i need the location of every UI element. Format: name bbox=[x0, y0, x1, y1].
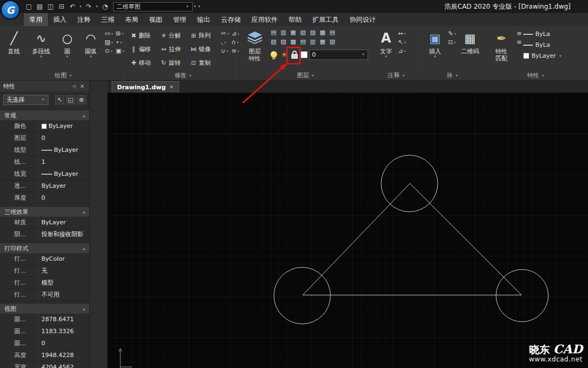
property-value[interactable]: 投射和接收阴影 bbox=[38, 229, 89, 240]
property-row[interactable]: 透... ByLayer bbox=[0, 180, 89, 192]
property-row[interactable]: 线型 ByLayer bbox=[0, 144, 89, 156]
property-row[interactable]: 圆... 2878.6471 bbox=[0, 314, 89, 326]
collapse-up-icon[interactable]: ▴ bbox=[83, 246, 85, 251]
close-icon[interactable]: ✕ bbox=[169, 84, 174, 90]
palette-section-header[interactable]: 打印样式 ▴ bbox=[0, 243, 89, 253]
property-row[interactable]: 圆... 0 bbox=[0, 338, 89, 349]
property-row[interactable]: 打... 模型 bbox=[0, 277, 89, 289]
new-file-icon[interactable]: ▢ bbox=[24, 2, 34, 11]
property-value[interactable]: ByLayer bbox=[38, 180, 89, 192]
line-tool-button[interactable]: ╱ 直线 bbox=[2, 28, 26, 56]
layer-select[interactable]: 0 ▾ bbox=[309, 50, 368, 60]
property-value[interactable]: ByColor bbox=[38, 253, 89, 265]
property-row[interactable]: 打... 不可用 bbox=[0, 289, 89, 301]
copy-button[interactable]: ⊡复制 bbox=[190, 59, 220, 67]
layer-state-4-icon[interactable]: ▧ bbox=[270, 38, 278, 45]
property-row[interactable]: 线... 1 bbox=[0, 156, 89, 168]
property-row[interactable]: 圆... 1183.3326 bbox=[0, 326, 89, 338]
arc-tool-button[interactable]: ◠ 圆弧 ▾ bbox=[78, 28, 103, 60]
property-row[interactable]: 打... 无 bbox=[0, 265, 89, 277]
redo-icon[interactable]: ↷ bbox=[84, 2, 94, 11]
array-button[interactable]: ⊞阵列 bbox=[190, 32, 220, 40]
collapse-up-icon[interactable]: ▴ bbox=[83, 210, 85, 214]
linetype-control[interactable]: ByLa bbox=[523, 40, 586, 50]
region-button[interactable]: ▣▾ bbox=[116, 48, 125, 54]
erase-button[interactable]: ✖删除 bbox=[130, 32, 160, 40]
property-row[interactable]: 颜色 ByLayer bbox=[0, 120, 89, 132]
menu-tab[interactable]: 布局 bbox=[120, 13, 144, 26]
workspace-selector[interactable]: 二维草图 ▾ bbox=[113, 2, 193, 11]
draw-panel-footer[interactable]: 绘图 ▾ bbox=[0, 71, 127, 80]
property-value[interactable]: ByLayer bbox=[38, 144, 89, 156]
table-button[interactable]: ⊞▾ bbox=[116, 30, 125, 37]
save-icon[interactable]: ◫ bbox=[46, 2, 56, 11]
edit-block-button[interactable]: ✎▾ bbox=[448, 30, 457, 37]
property-row[interactable]: 高度 1948.4228 bbox=[0, 349, 89, 361]
hatch-button[interactable]: ▨▾ bbox=[105, 39, 114, 46]
caret-down-icon[interactable]: ▾ bbox=[78, 4, 83, 9]
menu-tab[interactable]: 协同设计 bbox=[344, 13, 381, 26]
text-tool-button[interactable]: A 文字 ▾ bbox=[375, 28, 397, 60]
stretch-button[interactable]: ↔拉伸 bbox=[160, 45, 190, 53]
layer-state-1-icon[interactable]: ▤ bbox=[299, 38, 307, 45]
mirror-button[interactable]: ⋈镜像 bbox=[190, 45, 220, 53]
menu-tab[interactable]: 应用软件 bbox=[246, 13, 283, 26]
property-value[interactable]: 0 bbox=[38, 192, 89, 204]
toolbar-overflow-icon[interactable]: ▾ bbox=[197, 4, 201, 9]
layer-state-2-icon[interactable]: ▥ bbox=[309, 38, 317, 45]
layer-state-1-icon[interactable]: ▤ bbox=[328, 29, 336, 36]
layer-state-6-icon[interactable]: ▩ bbox=[289, 38, 297, 45]
quick-select-icon[interactable]: ↖ bbox=[55, 95, 64, 105]
layer-panel-footer[interactable]: 图层 ▾ bbox=[240, 71, 372, 80]
layer-state-3-icon[interactable]: ▦ bbox=[289, 29, 297, 36]
explode-button[interactable]: ✳分解 bbox=[160, 32, 190, 40]
caret-down-icon[interactable]: ▾ bbox=[95, 4, 99, 9]
menu-tab[interactable]: 视图 bbox=[144, 13, 168, 26]
menu-tab[interactable]: 插入 bbox=[48, 13, 72, 26]
property-value[interactable]: 2878.6471 bbox=[38, 314, 89, 325]
menu-tab[interactable]: 输出 bbox=[192, 13, 216, 26]
undo-icon[interactable]: ↶ bbox=[68, 2, 77, 11]
layer-state-6-icon[interactable]: ▩ bbox=[318, 29, 327, 36]
menu-tab[interactable]: 管理 bbox=[168, 13, 192, 26]
offset-button[interactable]: ∥偏移 bbox=[130, 45, 160, 53]
block-attribute-button[interactable]: ⊡▾ bbox=[448, 39, 457, 46]
pickadd-icon[interactable]: ⊕ bbox=[77, 95, 86, 105]
align-button[interactable]: ≡▾ bbox=[231, 48, 240, 54]
palette-section-header[interactable]: 三维效果 ▴ bbox=[0, 207, 89, 217]
property-row[interactable]: 厚度 0 bbox=[0, 192, 89, 204]
select-objects-icon[interactable]: ◱ bbox=[66, 95, 75, 105]
property-value[interactable]: ByLayer bbox=[38, 168, 89, 180]
property-value[interactable]: 4204.4562 bbox=[38, 361, 89, 368]
palette-section-header[interactable]: 视图 ▴ bbox=[0, 304, 89, 314]
layer-properties-button[interactable]: 图层特性 bbox=[242, 28, 268, 63]
properties-list-button[interactable]: ≡ bbox=[517, 39, 522, 46]
block-panel-footer[interactable]: 块 ▾ bbox=[421, 71, 485, 80]
break-button[interactable]: ∩▾ bbox=[231, 39, 240, 46]
match-properties-button[interactable]: ✒ 特性匹配 bbox=[487, 28, 516, 63]
layer-thaw-sun-icon[interactable]: ☀ bbox=[280, 51, 289, 59]
caret-down-icon[interactable]: ▾ bbox=[193, 4, 197, 9]
modify-panel-footer[interactable]: 修改 ▾ bbox=[128, 71, 239, 80]
collapse-up-icon[interactable]: ▴ bbox=[83, 306, 85, 311]
property-row[interactable]: 图层 0 bbox=[0, 132, 89, 144]
layer-state-3-icon[interactable]: ▦ bbox=[318, 38, 327, 45]
pin-icon[interactable]: ⊹ bbox=[71, 83, 78, 89]
layer-lock-icon[interactable] bbox=[290, 48, 299, 60]
polyline-tool-button[interactable]: ∿ 多段线 ▾ bbox=[26, 28, 57, 60]
compass-icon[interactable]: ◔ bbox=[100, 2, 110, 11]
layer-state-2-icon[interactable]: ▥ bbox=[279, 29, 287, 36]
collapse-up-icon[interactable]: ▴ bbox=[83, 113, 85, 118]
menu-tab[interactable]: 扩展工具 bbox=[307, 13, 344, 26]
property-value[interactable]: 1 bbox=[38, 156, 89, 168]
layer-state-4-icon[interactable]: ▧ bbox=[299, 29, 307, 36]
close-icon[interactable]: ✕ bbox=[78, 83, 86, 89]
menu-tab[interactable]: 三维 bbox=[96, 13, 120, 26]
leader-button[interactable]: ↖▾ bbox=[398, 39, 407, 46]
property-value[interactable]: 1183.3326 bbox=[38, 326, 89, 337]
menu-tab[interactable]: 云存储 bbox=[216, 13, 246, 26]
property-row[interactable]: 阴... 投射和接收阴影 bbox=[0, 229, 89, 241]
property-value[interactable]: 0 bbox=[38, 338, 89, 349]
property-value[interactable]: 0 bbox=[38, 132, 89, 144]
annotation-panel-footer[interactable]: 注释 ▾ bbox=[373, 71, 420, 80]
